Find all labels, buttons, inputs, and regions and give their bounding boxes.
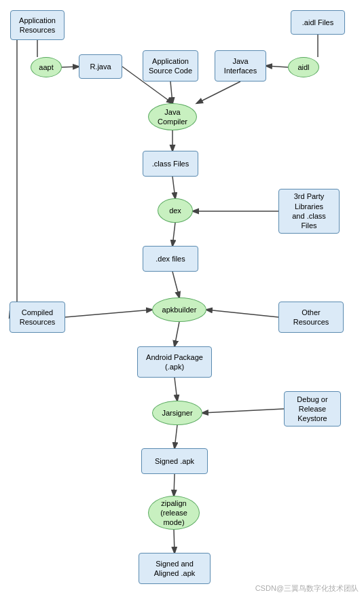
compiled-resources-node: Compiled Resources (10, 302, 65, 333)
svg-line-16 (175, 322, 179, 346)
svg-line-12 (65, 310, 152, 317)
java-interfaces-node: Java Interfaces (215, 50, 266, 81)
svg-line-3 (266, 66, 288, 67)
app-resources-node: Application Resources (10, 10, 65, 40)
signed-aligned-node: Signed and Aligned .apk (139, 553, 211, 584)
class-files-node: .class Files (143, 151, 198, 177)
svg-line-15 (206, 310, 278, 317)
android-package-node: Android Package (.apk) (137, 346, 212, 378)
dex-node: dex (158, 198, 193, 223)
jarsigner-node: Jarsigner (152, 401, 202, 425)
watermark: CSDN@三翼鸟数字化技术团队 (255, 583, 359, 594)
svg-line-11 (172, 272, 179, 297)
aapt-node: aapt (31, 57, 62, 77)
app-source-node: Application Source Code (143, 50, 198, 81)
signed-apk-node: Signed .apk (141, 448, 208, 474)
svg-line-10 (172, 223, 175, 246)
svg-line-18 (202, 409, 284, 413)
rjava-node: R.java (79, 54, 122, 79)
svg-line-8 (172, 177, 175, 198)
svg-line-5 (170, 81, 172, 103)
zipalign-node: zipalign (release mode) (148, 496, 200, 530)
svg-line-6 (197, 81, 240, 103)
apkbuilder-node: apkbuilder (152, 297, 206, 322)
other-resources-node: Other Resources (278, 302, 344, 333)
aidl-node: aidl (288, 57, 319, 77)
diagram-container: Application Resources.aidl FilesaaptR.ja… (0, 0, 364, 599)
svg-line-20 (174, 474, 175, 496)
debug-keystore-node: Debug or Release Keystore (284, 391, 341, 426)
third-party-node: 3rd Party Libraries and .class Files (278, 189, 340, 234)
svg-line-19 (175, 425, 177, 448)
java-compiler-node: Java Compiler (148, 103, 197, 130)
svg-line-21 (174, 530, 175, 553)
aidl-files-node: .aidl Files (291, 10, 345, 35)
svg-line-17 (175, 378, 177, 401)
svg-line-1 (62, 67, 79, 67)
dex-files-node: .dex files (143, 246, 198, 272)
